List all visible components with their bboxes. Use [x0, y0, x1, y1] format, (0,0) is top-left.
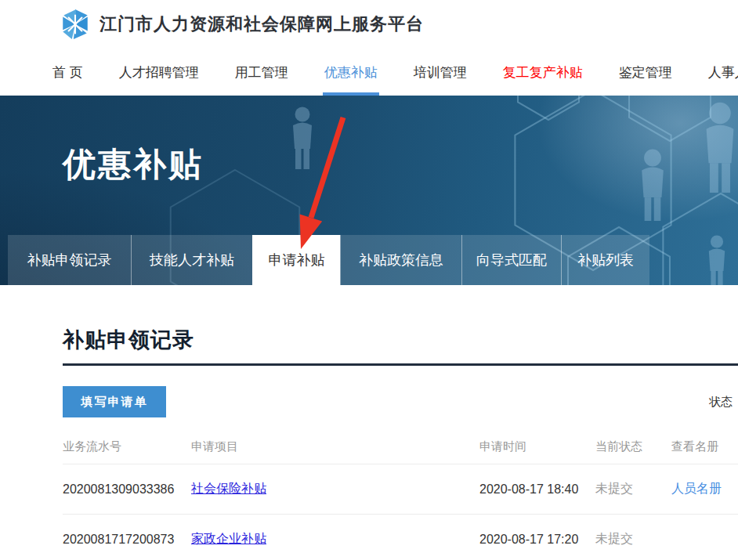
col-header-serial: 业务流水号 [63, 439, 191, 454]
tab-subsidy-list[interactable]: 补贴列表 [561, 235, 649, 285]
applications-table: 业务流水号 申请项目 申请时间 当前状态 查看名册 20200813090333… [63, 430, 738, 560]
pinwheel-logo-icon [59, 8, 92, 41]
pinwheel-logo-svg [59, 8, 92, 41]
col-header-project: 申请项目 [191, 439, 479, 454]
app-header: 江门市人力资源和社会保障网上服务平台 [0, 0, 738, 49]
cell-status: 未提交 [595, 531, 671, 547]
tab-policy-info[interactable]: 补贴政策信息 [340, 235, 461, 285]
project-link[interactable]: 社会保险补贴 [191, 482, 266, 495]
cell-serial: 2020081717200873 [63, 533, 191, 547]
banner-title: 优惠补贴 [63, 143, 204, 186]
nav-item-appraisal[interactable]: 鉴定管理 [617, 49, 674, 96]
toolbar: 填写申请单 状态 [63, 386, 738, 417]
col-header-time: 申请时间 [479, 439, 595, 454]
status-filter-label: 状态 [709, 395, 733, 410]
cell-serial: 2020081309033386 [63, 482, 191, 497]
nav-item-training[interactable]: 培训管理 [412, 49, 468, 96]
content-area: 补贴申领记录 填写申请单 状态 业务流水号 申请项目 申请时间 当前状态 查看名… [0, 285, 738, 560]
project-link[interactable]: 家政企业补贴 [191, 532, 266, 545]
section-header: 补贴申领记录 [63, 285, 738, 366]
fill-application-button[interactable]: 填写申请单 [63, 386, 166, 417]
nav-item-talent-recruitment[interactable]: 人才招聘管理 [118, 49, 201, 96]
col-header-status: 当前状态 [595, 439, 671, 454]
cell-time: 2020-08-17 18:40 [479, 482, 595, 497]
nav-item-preferential-subsidy[interactable]: 优惠补贴 [323, 49, 379, 96]
tab-subsidy-records[interactable]: 补贴申领记录 [8, 235, 131, 285]
cell-time: 2020-08-17 17:20 [479, 533, 595, 547]
banner: 优惠补贴 补贴申领记录 技能人才补贴 申请补贴 补贴政策信息 向导式匹配 补贴列… [0, 96, 738, 285]
app-title: 江门市人力资源和社会保障网上服务平台 [99, 13, 424, 36]
main-nav: 首 页 人才招聘管理 用工管理 优惠补贴 培训管理 复工复产补贴 鉴定管理 人事… [0, 49, 738, 96]
tab-apply-subsidy[interactable]: 申请补贴 [252, 235, 340, 285]
tab-skill-talent-subsidy[interactable]: 技能人才补贴 [131, 235, 252, 285]
table-row: 2020081717200873 家政企业补贴 2020-08-17 17:20… [63, 515, 738, 560]
table-row: 2020081309033386 社会保险补贴 2020-08-17 18:40… [63, 464, 738, 515]
cell-status: 未提交 [595, 481, 671, 497]
tab-guided-match[interactable]: 向导式匹配 [461, 235, 561, 285]
roster-link[interactable]: 人员名册 [671, 482, 722, 495]
nav-item-resumption-subsidy[interactable]: 复工复产补贴 [501, 49, 584, 96]
nav-item-employment[interactable]: 用工管理 [233, 49, 290, 96]
nav-item-home[interactable]: 首 页 [51, 49, 85, 96]
col-header-roster: 查看名册 [671, 439, 738, 454]
nav-item-personnel[interactable]: 人事人才 [707, 49, 738, 96]
table-header-row: 业务流水号 申请项目 申请时间 当前状态 查看名册 [63, 430, 738, 464]
section-title: 补贴申领记录 [63, 326, 738, 354]
banner-tabs: 补贴申领记录 技能人才补贴 申请补贴 补贴政策信息 向导式匹配 补贴列表 [8, 235, 649, 285]
